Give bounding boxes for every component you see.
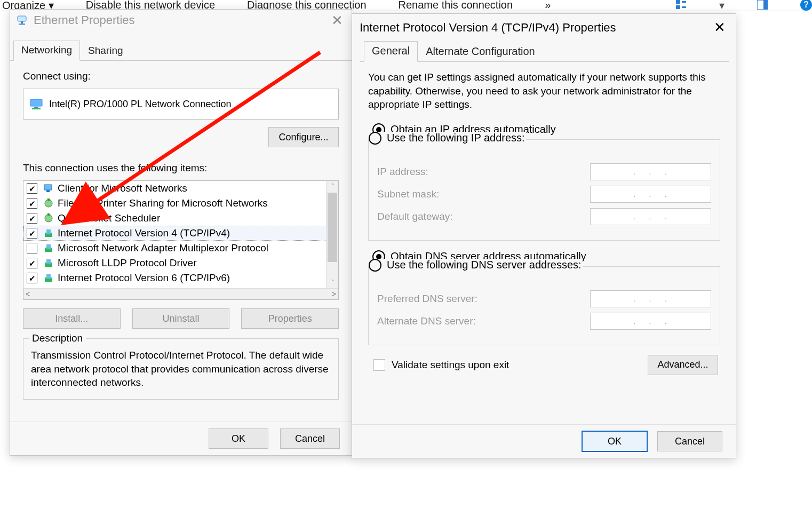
preferred-dns-label: Preferred DNS server:: [377, 293, 590, 305]
horizontal-scrollbar[interactable]: < >: [23, 288, 338, 299]
checkbox[interactable]: [27, 213, 37, 224]
tab-alternate-configuration[interactable]: Alternate Configuration: [418, 42, 543, 62]
advanced-button[interactable]: Advanced...: [648, 355, 718, 375]
checkbox[interactable]: [373, 359, 385, 371]
toolbar-rename[interactable]: Rename this connection: [399, 0, 513, 11]
tab-general[interactable]: General: [364, 41, 418, 62]
svg-rect-17: [47, 213, 50, 216]
svg-rect-12: [44, 185, 52, 190]
protocol-icon: [43, 257, 54, 269]
dialog-titlebar: Ethernet Properties ✕: [10, 10, 352, 31]
list-item-label: Internet Protocol Version 4 (TCP/IPv4): [58, 227, 230, 239]
subnet-mask-input[interactable]: . . .: [590, 186, 711, 203]
scroll-thumb[interactable]: [328, 193, 337, 262]
tab-sharing[interactable]: Sharing: [80, 41, 131, 61]
network-adapter-icon: [15, 14, 28, 27]
svg-rect-9: [30, 99, 42, 106]
ipv4-properties-dialog: Internet Protocol Version 4 (TCP/IPv4) P…: [352, 13, 736, 458]
checkbox[interactable]: [27, 228, 37, 239]
alternate-dns-input[interactable]: . . .: [590, 313, 711, 330]
ok-button[interactable]: OK: [582, 431, 648, 452]
checkbox[interactable]: [27, 183, 37, 194]
scroll-left-icon[interactable]: <: [26, 290, 30, 298]
scroll-up-icon[interactable]: ˄: [327, 181, 338, 193]
description-legend: Description: [29, 332, 86, 344]
validate-checkbox-row[interactable]: Validate settings upon exit: [373, 359, 509, 371]
list-item[interactable]: Internet Protocol Version 6 (TCP/IPv6): [23, 271, 327, 285]
dialog-title: Ethernet Properties: [34, 13, 328, 27]
help-icon[interactable]: ?: [800, 0, 812, 11]
list-item[interactable]: QoS Packet Scheduler: [23, 211, 327, 226]
preview-pane-icon[interactable]: [757, 0, 768, 11]
tab-networking[interactable]: Networking: [13, 41, 80, 61]
uninstall-button[interactable]: Uninstall: [132, 308, 230, 329]
default-gateway-label: Default gateway:: [377, 211, 590, 223]
close-icon[interactable]: ✕: [328, 12, 346, 29]
toolbar-overflow[interactable]: »: [545, 0, 551, 11]
service-icon: [43, 197, 54, 209]
svg-rect-21: [46, 244, 51, 249]
radio-use-dns[interactable]: Use the following DNS server addresses:: [369, 259, 582, 272]
list-item[interactable]: Microsoft LLDP Protocol Driver: [23, 256, 327, 271]
properties-button[interactable]: Properties: [241, 308, 339, 329]
checkbox[interactable]: [27, 273, 37, 283]
alternate-dns-label: Alternate DNS server:: [377, 315, 590, 327]
radio-icon[interactable]: [369, 132, 381, 145]
list-item[interactable]: Client for Microsoft Networks: [23, 181, 327, 196]
ok-button[interactable]: OK: [209, 428, 268, 449]
ethernet-properties-dialog: Ethernet Properties ✕ Networking Sharing…: [10, 9, 352, 456]
protocol-icon: [43, 227, 54, 239]
list-item-label: File and Printer Sharing for Microsoft N…: [58, 197, 268, 209]
svg-rect-0: [676, 0, 680, 4]
svg-rect-19: [46, 229, 51, 234]
cancel-button[interactable]: Cancel: [657, 431, 722, 451]
dialog-footer: OK Cancel: [10, 422, 352, 455]
description-text: Transmission Control Protocol/Internet P…: [31, 348, 331, 390]
configure-button[interactable]: Configure...: [268, 127, 339, 147]
network-items-list: Client for Microsoft Networks File and P…: [23, 180, 339, 300]
svg-rect-13: [46, 190, 50, 192]
svg-rect-6: [18, 16, 26, 21]
svg-rect-11: [32, 108, 41, 109]
adapter-name: Intel(R) PRO/1000 PL Network Connection: [49, 99, 232, 110]
list-item-label: Microsoft Network Adapter Multiplexor Pr…: [58, 242, 268, 254]
subnet-mask-label: Subnet mask:: [377, 188, 590, 200]
list-item-label: Internet Protocol Version 6 (TCP/IPv6): [58, 272, 230, 284]
protocol-icon: [43, 242, 54, 254]
list-item[interactable]: Internet Protocol Version 4 (TCP/IPv4): [23, 226, 327, 241]
svg-rect-1: [676, 5, 680, 9]
view-options-icon[interactable]: [675, 0, 687, 11]
checkbox[interactable]: [27, 243, 37, 253]
items-label: This connection uses the following items…: [23, 162, 339, 174]
static-ip-group: Use the following IP address: IP address…: [368, 139, 720, 241]
list-item[interactable]: File and Printer Sharing for Microsoft N…: [23, 196, 327, 211]
scroll-right-icon[interactable]: >: [332, 290, 336, 298]
adapter-field[interactable]: Intel(R) PRO/1000 PL Network Connection: [23, 89, 339, 120]
install-button[interactable]: Install...: [23, 308, 121, 329]
svg-rect-8: [19, 23, 25, 25]
service-icon: [43, 212, 54, 224]
default-gateway-input[interactable]: . . .: [590, 208, 711, 225]
checkbox[interactable]: [27, 198, 37, 209]
ip-address-label: IP address:: [377, 166, 590, 178]
ip-address-input[interactable]: . . .: [590, 163, 711, 180]
toolbar-dropdown-icon[interactable]: ▾: [719, 0, 725, 12]
svg-rect-15: [47, 199, 50, 201]
radio-icon[interactable]: [369, 259, 381, 272]
list-item[interactable]: Microsoft Network Adapter Multiplexor Pr…: [23, 241, 327, 256]
svg-rect-2: [682, 1, 686, 3]
checkbox[interactable]: [27, 258, 37, 268]
preferred-dns-input[interactable]: . . .: [590, 290, 711, 307]
cancel-button[interactable]: Cancel: [280, 428, 340, 449]
scroll-down-icon[interactable]: ˅: [327, 277, 338, 289]
dialog-titlebar: Internet Protocol Version 4 (TCP/IPv4) P…: [352, 14, 736, 38]
ip-intro-text: You can get IP settings assigned automat…: [368, 70, 720, 112]
svg-rect-7: [21, 21, 23, 23]
radio-use-ip[interactable]: Use the following IP address:: [369, 132, 525, 145]
svg-point-16: [45, 215, 52, 222]
validate-label: Validate settings upon exit: [392, 359, 509, 371]
description-group: Description Transmission Control Protoco…: [23, 338, 339, 400]
close-icon[interactable]: ✕: [711, 19, 729, 36]
vertical-scrollbar[interactable]: ˄ ˅: [326, 181, 338, 289]
radio-label: Use the following DNS server addresses:: [387, 259, 582, 271]
